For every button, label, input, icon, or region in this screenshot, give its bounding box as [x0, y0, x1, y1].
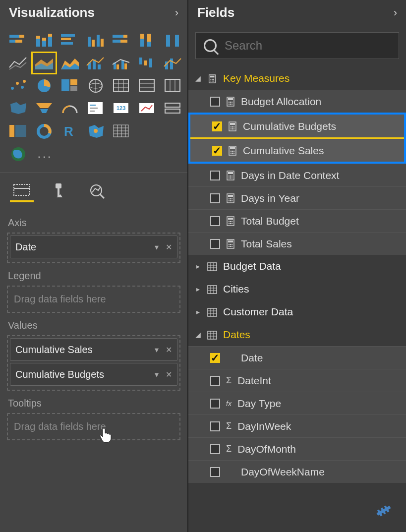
viz-donut-kpi-icon[interactable]: [7, 121, 30, 141]
field-checkbox[interactable]: [210, 376, 220, 386]
axis-well[interactable]: Date ▾✕: [7, 233, 180, 263]
viz-kpi-icon[interactable]: [136, 99, 159, 118]
viz-funnel-icon[interactable]: [33, 99, 56, 118]
svg-rect-14: [92, 40, 95, 47]
values-chip-0[interactable]: Cumulative Sales ▾✕: [10, 338, 177, 361]
field-checkbox[interactable]: [210, 193, 220, 203]
axis-chip[interactable]: Date ▾✕: [10, 236, 177, 258]
viz-stacked-area-icon[interactable]: [58, 53, 81, 73]
field-checkbox[interactable]: [210, 171, 220, 180]
viz-100-stacked-bar-icon[interactable]: [110, 30, 133, 50]
viz-table-icon[interactable]: [110, 76, 133, 96]
field-checkbox[interactable]: [210, 444, 220, 454]
viz-line-icon[interactable]: [7, 53, 30, 73]
viz-map-icon[interactable]: [84, 76, 107, 96]
fields-tab[interactable]: [10, 179, 34, 202]
viz-card-icon[interactable]: 123: [110, 99, 133, 118]
viz-matrix-icon[interactable]: [136, 76, 159, 96]
field-cumulative-sales[interactable]: ✓Cumulative Sales: [190, 139, 404, 162]
table-customer-data[interactable]: ▸Customer Data: [188, 300, 406, 323]
svg-rect-89: [14, 184, 30, 195]
viz-stacked-column-icon[interactable]: [33, 30, 56, 50]
svg-rect-3: [15, 40, 22, 43]
table-key-measures[interactable]: ◢Key Measures: [188, 67, 406, 90]
field-checkbox[interactable]: [210, 399, 220, 409]
svg-point-117: [232, 128, 233, 129]
fields-search-box[interactable]: [195, 32, 399, 59]
field-dayofmonth[interactable]: ΣDayOfMonth: [188, 437, 406, 460]
viz-100-stacked-column-icon[interactable]: [136, 30, 159, 50]
viz-clustered-bar-icon[interactable]: [58, 30, 81, 50]
viz-arcgis-icon[interactable]: [84, 121, 107, 141]
field-checkbox[interactable]: [210, 216, 220, 226]
analytics-tab[interactable]: [85, 179, 109, 202]
legend-well[interactable]: Drag data fields here: [7, 286, 180, 313]
values-chip-1[interactable]: Cumulative Budgets ▾✕: [10, 363, 177, 386]
chip-dropdown-icon[interactable]: ▾: [155, 370, 159, 379]
chip-remove-icon[interactable]: ✕: [166, 370, 172, 379]
viz-line-clustered-column-icon[interactable]: [110, 53, 133, 73]
viz-clustered-column-icon[interactable]: [84, 30, 107, 50]
field-checkbox[interactable]: [210, 239, 220, 249]
field-days-in-date-context[interactable]: Days in Date Context: [188, 164, 406, 186]
svg-point-147: [232, 221, 232, 222]
svg-point-129: [229, 175, 230, 176]
svg-rect-15: [97, 35, 100, 47]
table-dates[interactable]: ◢Dates: [188, 323, 406, 346]
field-day-type[interactable]: fxDay Type: [188, 392, 406, 414]
collapse-fields-icon[interactable]: ›: [394, 6, 397, 19]
field-date[interactable]: ✓Date: [188, 346, 406, 369]
viz-pie-icon[interactable]: [33, 76, 56, 96]
field-days-in-year[interactable]: Days in Year: [188, 186, 406, 209]
viz-filled-map-icon[interactable]: [162, 76, 184, 96]
field-dayofweekname[interactable]: DayOfWeekName: [188, 460, 406, 483]
values-well[interactable]: Cumulative Sales ▾✕ Cumulative Budgets ▾…: [7, 335, 180, 391]
svg-rect-36: [121, 60, 124, 69]
viz-table2-icon[interactable]: [110, 121, 133, 141]
tooltips-well[interactable]: Drag data fields here: [7, 413, 180, 440]
field-label: DateInt: [237, 375, 271, 387]
viz-gauge-icon[interactable]: [58, 99, 81, 118]
caret-right-icon: ▸: [194, 262, 201, 270]
svg-point-110: [232, 103, 232, 104]
viz-import-custom-icon[interactable]: ...: [33, 144, 56, 164]
viz-shape-map-icon[interactable]: [7, 99, 30, 118]
field-checkbox[interactable]: ✓: [212, 121, 222, 131]
field-dayinweek[interactable]: ΣDayInWeek: [188, 414, 406, 437]
field-total-sales[interactable]: Total Sales: [188, 232, 406, 255]
field-cumulative-budgets[interactable]: ✓Cumulative Budgets: [190, 115, 404, 137]
fields-search-input[interactable]: [225, 39, 391, 53]
table-budget-data[interactable]: ▸Budget Data: [188, 255, 406, 278]
field-checkbox[interactable]: ✓: [210, 353, 220, 363]
viz-treemap-icon[interactable]: [58, 76, 81, 96]
viz-r-script-icon[interactable]: R: [58, 121, 81, 141]
field-budget-allocation[interactable]: Budget Allocation: [188, 90, 406, 113]
format-tab[interactable]: [48, 179, 71, 202]
field-dateint[interactable]: ΣDateInt: [188, 369, 406, 392]
chip-remove-icon[interactable]: ✕: [166, 242, 172, 252]
viz-scatter-icon[interactable]: [7, 76, 30, 96]
field-checkbox[interactable]: [210, 467, 220, 477]
svg-rect-35: [116, 64, 119, 69]
viz-donut-icon[interactable]: [33, 121, 56, 141]
collapse-visualizations-icon[interactable]: ›: [175, 6, 178, 19]
chip-dropdown-icon[interactable]: ▾: [155, 242, 159, 252]
svg-rect-40: [149, 59, 152, 67]
viz-multirow-card-icon[interactable]: [84, 99, 107, 118]
chip-dropdown-icon[interactable]: ▾: [155, 345, 159, 355]
viz-area-icon[interactable]: [33, 53, 56, 73]
field-checkbox[interactable]: [210, 97, 220, 107]
viz-slicer-icon[interactable]: [162, 99, 184, 118]
viz-line-stacked-column-icon[interactable]: [84, 53, 107, 73]
viz-combo-icon[interactable]: [162, 53, 184, 73]
chip-remove-icon[interactable]: ✕: [166, 345, 172, 355]
viz-globe-icon[interactable]: [7, 144, 30, 164]
table-cities[interactable]: ▸Cities: [188, 278, 406, 300]
field-total-budget[interactable]: Total Budget: [188, 209, 406, 232]
viz-ribbon-icon[interactable]: [162, 30, 184, 50]
viz-stacked-bar-icon[interactable]: [7, 30, 30, 50]
field-checkbox[interactable]: ✓: [212, 146, 222, 156]
field-label: Cumulative Sales: [243, 145, 324, 157]
viz-waterfall-icon[interactable]: [136, 53, 159, 73]
field-checkbox[interactable]: [210, 421, 220, 431]
